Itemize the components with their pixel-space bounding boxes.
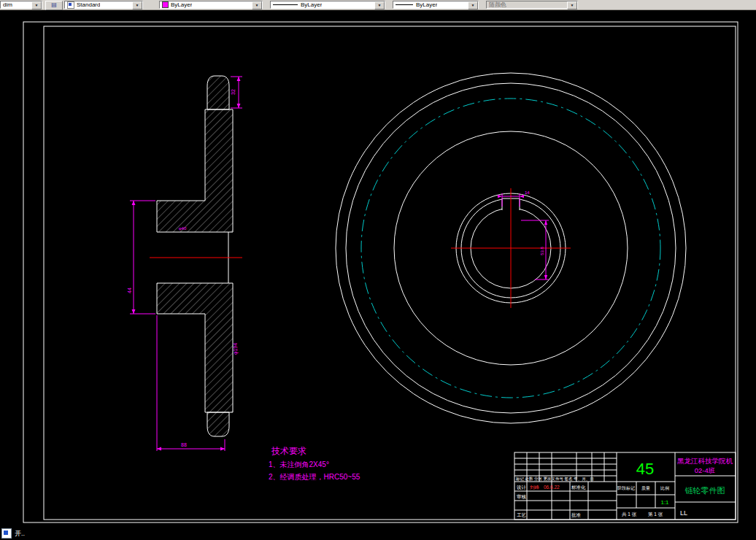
approve-label: 批准 bbox=[571, 512, 582, 518]
text-style-combo[interactable]: Standard ▼ bbox=[64, 1, 143, 9]
text-style-value: Standard bbox=[77, 1, 100, 8]
tech-req-item-1: 1、未注倒角2X45° bbox=[269, 460, 329, 468]
designer-name: 刘峰 bbox=[530, 485, 540, 490]
make-object-layer-current-button[interactable]: ▤ bbox=[45, 1, 63, 10]
drawing-frame bbox=[23, 22, 738, 522]
scale-value: 1:1 bbox=[660, 499, 669, 506]
cad-application-window: dim ▼ ▤ Standard ▼ ByLayer ▼ ByLayer ▼ B… bbox=[0, 0, 756, 540]
disc-lower-hatch bbox=[205, 283, 233, 412]
front-view bbox=[336, 73, 686, 423]
taskbar-item-label: 开.. bbox=[15, 529, 25, 539]
chevron-down-icon[interactable]: ▼ bbox=[252, 1, 262, 9]
sheets-total: 共 1 张 bbox=[622, 512, 637, 517]
stage-label: 阶段标记 bbox=[617, 485, 635, 491]
color-value: ByLayer bbox=[171, 1, 192, 8]
linetype-value: ByLayer bbox=[301, 1, 322, 8]
title-block: 标记 处数 分区 更改文件号 签名 年、月、日 设计 刘峰 06.6.22 标准… bbox=[514, 452, 736, 520]
technical-requirements: 技术要求 1、未注倒角2X45° 2、经调质处理，HRC50~55 bbox=[269, 446, 360, 481]
process-label: 工艺 bbox=[517, 512, 527, 517]
keyway-depth-dim-lines bbox=[521, 220, 549, 279]
weight-label: 质量 bbox=[641, 486, 650, 490]
chevron-down-icon[interactable]: ▼ bbox=[468, 1, 478, 9]
tooth-top-hatch bbox=[207, 76, 229, 109]
outer-border bbox=[23, 22, 738, 522]
layer-combo[interactable]: dim ▼ bbox=[0, 1, 42, 9]
inner-border bbox=[44, 26, 736, 520]
chevron-down-icon[interactable]: ▼ bbox=[132, 1, 142, 9]
chevron-down-icon[interactable]: ▼ bbox=[567, 1, 577, 9]
tech-req-title: 技术要求 bbox=[271, 446, 306, 456]
design-date: 06.6.22 bbox=[544, 485, 560, 490]
color-swatch-icon bbox=[162, 1, 169, 8]
section-view bbox=[150, 76, 242, 436]
linetype-preview-icon bbox=[273, 4, 298, 5]
color-combo[interactable]: ByLayer ▼ bbox=[159, 1, 263, 9]
layer-combo-value: dim bbox=[3, 1, 12, 8]
lineweight-combo[interactable]: ByLayer ▼ bbox=[393, 1, 479, 9]
bore-dia-dim-text: φ40 bbox=[179, 226, 187, 231]
hub-length-dim-text: 44 bbox=[127, 288, 132, 293]
scale-label: 比例 bbox=[660, 486, 669, 491]
class-number: 02-4班 bbox=[695, 466, 716, 474]
chevron-down-icon[interactable]: ▼ bbox=[374, 1, 385, 9]
keyway-width-dim-text: 14 bbox=[525, 190, 530, 195]
lineweight-preview-icon bbox=[396, 4, 413, 5]
chevron-down-icon[interactable]: ▼ bbox=[31, 1, 42, 9]
style-icon bbox=[67, 1, 74, 9]
design-label: 设计 bbox=[517, 485, 527, 490]
object-properties-toolbar: dim ▼ ▤ Standard ▼ ByLayer ▼ ByLayer ▼ B… bbox=[0, 0, 756, 10]
disc-dia-dim-text: φ194 bbox=[233, 343, 239, 355]
revision-header: 标记 处数 分区 更改文件号 签名 年、月、日 bbox=[515, 477, 594, 482]
drawing-canvas[interactable]: 44 88 32 φ40 φ194 14 bbox=[0, 0, 756, 540]
hub-lower-hatch bbox=[157, 283, 205, 314]
layers-icon: ▤ bbox=[51, 1, 57, 8]
hub-width-dim-text: 88 bbox=[181, 442, 187, 447]
signature-initials: LL bbox=[680, 509, 687, 517]
keyway-depth-dim-text: 53.8 bbox=[540, 247, 544, 255]
tooth-width-dim-text: 32 bbox=[231, 89, 236, 95]
tooth-bottom-hatch bbox=[207, 412, 229, 436]
material-designation: 45 bbox=[636, 460, 654, 478]
plot-style-combo[interactable]: 随颜色 ▼ bbox=[486, 1, 578, 9]
sheet-number: 第 1 张 bbox=[648, 512, 663, 517]
audit-label: 审核 bbox=[517, 494, 527, 499]
taskbar-item[interactable]: 开.. bbox=[1, 528, 25, 539]
plot-style-value: 随颜色 bbox=[489, 1, 506, 9]
window-icon bbox=[1, 528, 12, 539]
standardization-label: 标准化 bbox=[571, 485, 586, 490]
lineweight-value: ByLayer bbox=[416, 1, 437, 8]
disc-upper-hatch bbox=[205, 109, 233, 232]
tech-req-item-2: 2、经调质处理，HRC50~55 bbox=[269, 473, 360, 481]
school-name: 黑龙江科技学院机 bbox=[677, 457, 733, 465]
part-name: 链轮零件图 bbox=[685, 486, 725, 495]
linetype-combo[interactable]: ByLayer ▼ bbox=[270, 1, 385, 9]
